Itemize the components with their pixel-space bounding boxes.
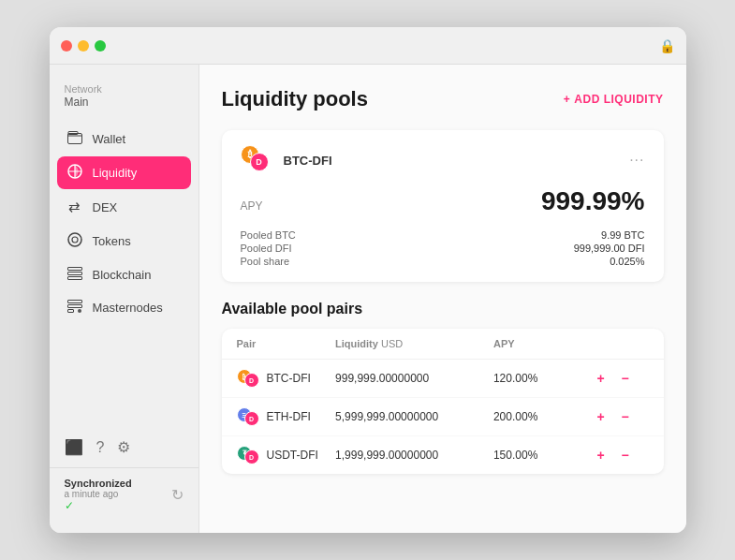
pair-name-eth-dfi: ETH-DFI: [267, 410, 311, 423]
content-header: Liquidity pools + ADD LIQUIDITY: [222, 87, 664, 111]
sync-section: Synchronized a minute ago ✓ ↻: [50, 467, 198, 522]
liquidity-icon: [66, 164, 83, 182]
network-label: Network: [65, 83, 184, 95]
pool-share-row: Pool share 0.025%: [241, 256, 645, 267]
add-btc-dfi-button[interactable]: +: [593, 370, 610, 387]
svg-point-3: [68, 233, 81, 246]
wallet-icon: [66, 131, 83, 147]
content-area: Liquidity pools + ADD LIQUIDITY ₿ D BTC-…: [199, 65, 686, 533]
pool-share-value: 0.025%: [610, 256, 644, 267]
header-pair: Pair: [237, 338, 336, 349]
pooled-btc-row: Pooled BTC 9.99 BTC: [241, 229, 645, 241]
remove-btc-dfi-button[interactable]: −: [617, 370, 634, 387]
sidebar-item-dex[interactable]: ⇄ DEX: [57, 191, 191, 223]
pooled-dfi-value: 999,999.00 DFI: [574, 243, 645, 254]
refresh-icon[interactable]: ↻: [171, 486, 184, 504]
settings-icon[interactable]: ⚙: [117, 438, 130, 456]
pool-pair-info: ₿ D BTC-DFI: [241, 145, 332, 175]
network-section: Network Main: [50, 76, 198, 124]
pair-name-usdt-dfi: USDT-DFI: [267, 449, 318, 462]
sync-check-icon: ✓: [65, 499, 132, 512]
page-title: Liquidity pools: [222, 87, 368, 111]
masternodes-icon: [66, 300, 83, 316]
liquidity-btc-dfi: 999,999.00000000: [335, 372, 493, 385]
actions-usdt-dfi: + −: [593, 447, 649, 464]
sidebar-item-dex-label: DEX: [93, 200, 118, 214]
sync-time: a minute ago: [65, 489, 132, 499]
actions-eth-dfi: + −: [593, 408, 649, 425]
sidebar-item-wallet[interactable]: Wallet: [57, 124, 191, 155]
liquidity-eth-dfi: 5,999,999.00000000: [335, 410, 493, 423]
blockchain-icon: [66, 267, 83, 283]
lock-icon: 🔒: [659, 38, 675, 53]
dfi-icon2: D: [244, 411, 259, 426]
available-pools-title: Available pool pairs: [222, 301, 664, 317]
remove-eth-dfi-button[interactable]: −: [617, 408, 634, 425]
plus-icon: +: [564, 93, 571, 106]
header-apy: APY: [493, 338, 593, 349]
pair-icon-eth-dfi: Ξ D: [237, 407, 261, 426]
pooled-btc-label: Pooled BTC: [241, 229, 296, 241]
sidebar-bottom: ⬛ ? ⚙: [50, 427, 198, 467]
sidebar-item-liquidity[interactable]: Liquidity: [57, 156, 191, 189]
dfi-icon3: D: [244, 449, 259, 464]
dfi-coin-icon: D: [250, 153, 269, 171]
table-row: Ξ D ETH-DFI 5,999,999.00000000 200.00% +…: [222, 398, 664, 436]
pair-name-btc-dfi: BTC-DFI: [267, 372, 311, 385]
sidebar-item-liquidity-label: Liquidity: [93, 166, 138, 180]
sidebar-item-blockchain[interactable]: Blockchain: [57, 259, 191, 290]
terminal-icon[interactable]: ⬛: [65, 438, 83, 456]
liquidity-usdt-dfi: 1,999,999.00000000: [335, 449, 493, 462]
my-pool-card: ₿ D BTC-DFI ··· APY 999.99% Pooled BTC 9…: [222, 130, 664, 282]
pool-table: Pair Liquidity USD APY ₿ D BTC-DFI 999,9…: [222, 329, 664, 474]
titlebar: 🔒: [50, 27, 686, 65]
apy-eth-dfi: 200.00%: [493, 410, 593, 423]
apy-value: 999.99%: [541, 186, 645, 216]
apy-section: APY 999.99%: [241, 186, 645, 216]
pair-icon-usdt-dfi: ₮ D: [237, 446, 261, 464]
add-eth-dfi-button[interactable]: +: [593, 408, 610, 425]
table-row: ₿ D BTC-DFI 999,999.00000000 120.00% + −: [222, 360, 664, 398]
dfi-icon: D: [244, 373, 259, 388]
maximize-button[interactable]: [95, 40, 106, 52]
add-liquidity-button[interactable]: + ADD LIQUIDITY: [564, 93, 664, 106]
header-liquidity: Liquidity USD: [335, 338, 493, 349]
header-actions: [593, 338, 649, 349]
sidebar-item-blockchain-label: Blockchain: [93, 268, 152, 282]
svg-rect-10: [67, 310, 73, 313]
pool-menu-button[interactable]: ···: [629, 152, 644, 169]
app-window: 🔒 Network Main Wallet: [50, 27, 686, 533]
svg-rect-8: [67, 301, 81, 303]
pair-cell-usdt-dfi: ₮ D USDT-DFI: [237, 446, 336, 464]
sidebar-item-masternodes[interactable]: Masternodes: [57, 292, 191, 323]
pool-pair-name: BTC-DFI: [284, 154, 332, 168]
remove-usdt-dfi-button[interactable]: −: [617, 447, 634, 464]
svg-rect-6: [67, 273, 81, 275]
svg-rect-0: [67, 134, 81, 144]
sidebar-item-tokens-label: Tokens: [93, 234, 131, 248]
sidebar-item-masternodes-label: Masternodes: [93, 301, 163, 315]
svg-point-4: [72, 237, 78, 243]
sidebar: Network Main Wallet: [50, 65, 199, 533]
pair-icon-btc-dfi: ₿ D: [237, 369, 261, 388]
pair-cell-eth-dfi: Ξ D ETH-DFI: [237, 407, 336, 426]
pool-icon-btc-dfi: ₿ D: [241, 145, 271, 175]
tokens-icon: [66, 232, 83, 250]
close-button[interactable]: [61, 40, 72, 52]
sidebar-item-wallet-label: Wallet: [93, 132, 126, 146]
svg-rect-9: [67, 305, 81, 308]
sync-label: Synchronized: [65, 478, 132, 489]
svg-point-11: [78, 309, 81, 313]
add-usdt-dfi-button[interactable]: +: [593, 447, 610, 464]
pool-share-label: Pool share: [241, 256, 290, 267]
minimize-button[interactable]: [78, 40, 89, 52]
table-row: ₮ D USDT-DFI 1,999,999.00000000 150.00% …: [222, 436, 664, 474]
sidebar-item-tokens[interactable]: Tokens: [57, 225, 191, 258]
network-value: Main: [65, 96, 184, 109]
table-header: Pair Liquidity USD APY: [222, 329, 664, 360]
sidebar-nav: Wallet Liquidity ⇄ DEX: [50, 124, 198, 427]
pooled-dfi-row: Pooled DFI 999,999.00 DFI: [241, 243, 645, 254]
help-icon[interactable]: ?: [96, 439, 105, 456]
main-layout: Network Main Wallet: [50, 65, 686, 533]
pool-details: Pooled BTC 9.99 BTC Pooled DFI 999,999.0…: [241, 229, 645, 267]
